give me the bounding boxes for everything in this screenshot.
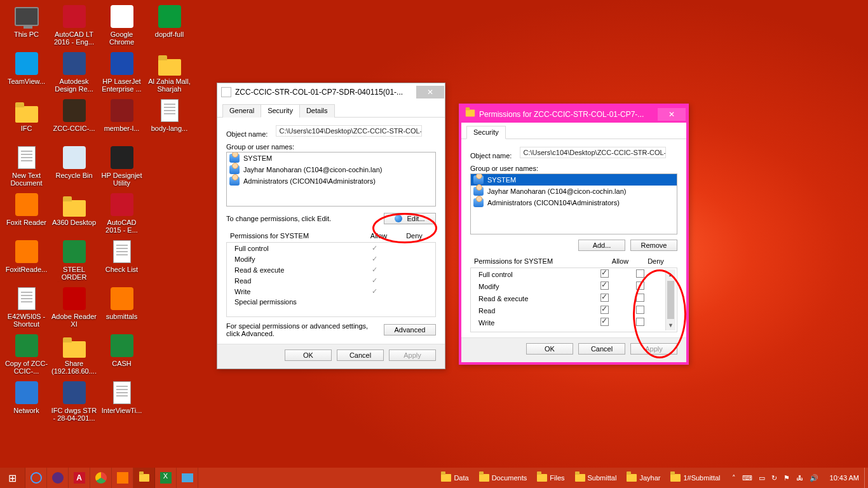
edit-button[interactable]: Edit... — [384, 213, 436, 224]
desktop-icon[interactable]: submittals — [98, 285, 146, 332]
ok-button[interactable]: OK — [285, 349, 332, 361]
tray-flag-icon[interactable]: ⚑ — [783, 474, 790, 482]
apply-button[interactable]: Apply — [630, 343, 677, 355]
desktop-icon[interactable]: This PC — [3, 3, 50, 50]
tray-chevron-up-icon[interactable]: ˄ — [732, 474, 736, 482]
desktop-icon[interactable]: body-lang... — [146, 97, 193, 144]
desktop-icon[interactable]: A360 Desktop — [50, 191, 98, 238]
desktop-icon[interactable]: Google Chrome — [98, 3, 146, 50]
tray-monitor-icon[interactable]: ▭ — [759, 474, 765, 482]
desktop-icon[interactable]: FoxitReade... — [3, 238, 50, 285]
deny-checkbox[interactable] — [636, 318, 644, 326]
taskbar-pinned-folder[interactable]: Files — [532, 468, 569, 488]
desktop-icon[interactable]: Check List — [98, 238, 146, 285]
desktop-icon[interactable]: E42W5I0S - Shortcut — [3, 285, 50, 332]
permissions-dialog: Permissions for ZCC-CCIC-STR-COL-01-CP7-… — [459, 104, 689, 365]
taskbar-clock[interactable]: 10:43 AM — [825, 474, 864, 482]
taskbar-app-chrome[interactable] — [90, 468, 112, 488]
deny-checkbox[interactable] — [636, 281, 644, 290]
desktop-icon[interactable]: New Text Document — [3, 144, 50, 191]
advanced-button[interactable]: Advanced — [384, 324, 436, 336]
taskbar-app-explorer[interactable] — [133, 468, 155, 488]
taskbar-app-excel[interactable]: X — [155, 468, 177, 488]
desktop-icon[interactable]: AutoCAD LT 2016 - Eng... — [50, 3, 98, 50]
deny-checkbox[interactable] — [636, 294, 644, 302]
tab-security[interactable]: Security — [261, 104, 300, 118]
start-button[interactable]: ⊞ — [0, 468, 25, 488]
scrollbar[interactable]: ▲ ▼ — [665, 269, 675, 330]
desktop-icon-label: HP LaserJet Enterprise ... — [99, 78, 145, 93]
desktop-icon[interactable]: Autodesk Design Re... — [50, 50, 98, 97]
ok-button[interactable]: OK — [526, 343, 573, 355]
allow-checkbox[interactable] — [600, 269, 609, 278]
desktop-icon[interactable]: dopdf-full — [146, 3, 193, 50]
taskbar-app-autocad[interactable]: A — [69, 468, 90, 488]
properties-footer: OK Cancel Apply — [217, 344, 445, 369]
taskbar-pinned-folder[interactable]: Data — [436, 468, 473, 488]
tray-network-icon[interactable]: 🖧 — [796, 474, 803, 482]
desktop-icon[interactable]: AutoCAD 2015 - E... — [98, 191, 146, 238]
properties-titlebar[interactable]: ZCC-CCIC-STR-COL-01-CP7-SDR-040115(01-..… — [217, 83, 445, 101]
cancel-button[interactable]: Cancel — [337, 349, 384, 361]
tab-general[interactable]: General — [222, 104, 261, 118]
desktop-icon[interactable]: Adobe Reader XI — [50, 285, 98, 332]
allow-checkbox[interactable] — [600, 281, 609, 290]
deny-checkbox[interactable] — [636, 306, 644, 314]
scroll-up-icon[interactable]: ▲ — [666, 269, 675, 280]
tray-refresh-icon[interactable]: ↻ — [771, 474, 777, 482]
desktop-icon[interactable]: ZCC-CCIC-... — [50, 97, 98, 144]
desktop-icon[interactable]: Recycle Bin — [50, 144, 98, 191]
desktop-icon-label: Al Zahia Mall, Sharjah — [147, 78, 193, 93]
tray-volume-icon[interactable]: 🔊 — [810, 474, 818, 482]
taskbar-app-firefox[interactable] — [47, 468, 69, 488]
tab-security[interactable]: Security — [466, 126, 506, 139]
desktop-icon[interactable]: InterViewTi... — [98, 379, 146, 426]
desktop-icon[interactable]: Foxit Reader — [3, 191, 50, 238]
show-desktop-button[interactable] — [864, 468, 868, 488]
scroll-down-icon[interactable]: ▼ — [666, 320, 675, 330]
tray-keyboard-icon[interactable]: ⌨ — [742, 474, 752, 482]
user-list[interactable]: SYSTEMJayhar Manoharan (C104@cicon-cochi… — [226, 152, 436, 207]
desktop-icon[interactable]: HP Designjet Utility — [98, 144, 146, 191]
taskbar-pinned-folder[interactable]: Jayhar — [621, 468, 665, 488]
desktop-icon[interactable]: Network — [3, 379, 50, 426]
user-list-item[interactable]: SYSTEM — [471, 174, 677, 186]
close-icon[interactable]: ✕ — [658, 108, 686, 121]
allow-checkbox[interactable] — [600, 306, 609, 314]
desktop-icon[interactable]: member-l... — [98, 97, 146, 144]
remove-button[interactable]: Remove — [630, 240, 677, 251]
desktop-icon[interactable]: IFC dwgs STR - 28-04-201... — [50, 379, 98, 426]
taskbar-app-ie[interactable] — [25, 468, 47, 488]
desktop-icon[interactable]: Share (192.168.60.... — [50, 332, 98, 379]
taskbar-pinned-folder[interactable]: 1#Submittal — [665, 468, 725, 488]
desktop-icon-label: submittals — [99, 313, 145, 320]
taskbar-pinned-folder[interactable]: Documents — [474, 468, 532, 488]
cancel-button[interactable]: Cancel — [578, 343, 625, 355]
permissions-titlebar[interactable]: Permissions for ZCC-CCIC-STR-COL-01-CP7-… — [461, 106, 686, 123]
user-list-item[interactable]: Administrators (CICON104\Administrators) — [471, 197, 677, 208]
close-icon[interactable]: ✕ — [416, 86, 444, 98]
allow-checkbox[interactable] — [600, 318, 609, 326]
desktop-icon[interactable]: Al Zahia Mall, Sharjah — [146, 50, 193, 97]
user-list-item[interactable]: Administrators (CICON104\Administrators) — [227, 175, 435, 187]
add-button[interactable]: Add... — [578, 240, 625, 251]
user-list-item[interactable]: Jayhar Manoharan (C104@cicon-cochin.lan) — [227, 164, 435, 175]
desktop-icon[interactable]: TeamView... — [3, 50, 50, 97]
desktop-icon[interactable]: STEEL ORDER MONTH ... — [50, 238, 98, 285]
desktop-icon[interactable]: CASH — [98, 332, 146, 379]
taskbar-pinned-folder[interactable]: Submittal — [570, 468, 622, 488]
user-list-item[interactable]: Jayhar Manoharan (C104@cicon-cochin.lan) — [471, 186, 677, 197]
taskbar-app-foxit[interactable] — [112, 468, 133, 488]
allow-checkbox[interactable] — [600, 294, 609, 302]
deny-checkbox[interactable] — [636, 269, 644, 278]
desktop-icon[interactable]: Copy of ZCC-CCIC-... — [3, 332, 50, 379]
desktop-icon[interactable]: IFC — [3, 97, 50, 144]
apply-button[interactable]: Apply — [389, 349, 436, 361]
user-list-item[interactable]: SYSTEM — [227, 152, 435, 164]
scroll-thumb[interactable] — [667, 281, 674, 319]
tab-details[interactable]: Details — [299, 104, 335, 118]
desktop-icon-label: AutoCAD 2015 - E... — [99, 219, 145, 234]
user-list[interactable]: SYSTEMJayhar Manoharan (C104@cicon-cochi… — [470, 173, 677, 234]
taskbar-app-pictures[interactable] — [177, 468, 198, 488]
desktop-icon[interactable]: HP LaserJet Enterprise ... — [98, 50, 146, 97]
